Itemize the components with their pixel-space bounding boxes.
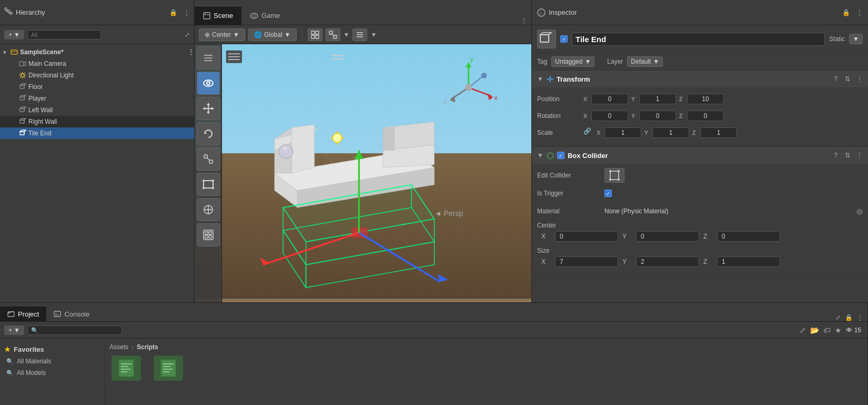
project-search-input[interactable] [27,325,122,335]
hierarchy-menu-icon[interactable]: ⋮ [184,9,190,16]
size-z-input[interactable] [717,256,780,267]
game-tab[interactable]: Game [241,6,288,25]
svg-point-101 [279,145,293,159]
hierarchy-add-button[interactable]: + ▼ [4,30,24,39]
position-z-input[interactable] [687,94,724,104]
project-tab[interactable]: Project [0,307,46,321]
svg-point-67 [203,180,205,182]
rotation-x-input[interactable] [591,111,628,121]
inspector-menu-icon[interactable]: ⋮ [856,9,863,16]
position-x-input[interactable] [591,94,628,104]
breadcrumb-root[interactable]: Assets [109,343,128,351]
scale-link-icon[interactable]: 🔗 [583,127,591,138]
box-collider-help-icon[interactable]: ? [834,152,837,159]
box-collider-menu-icon[interactable]: ⋮ [856,152,863,159]
scale-tool-button[interactable] [197,147,220,171]
project-add-button[interactable]: + ▼ [4,325,24,335]
project-folder-icon[interactable]: 📂 [810,326,819,334]
favorites-all-models[interactable]: 🔍 All Models [0,367,105,379]
bottom-expand-icon[interactable]: ⤢ [835,314,841,321]
scene-name: SampleScene* [20,48,64,56]
hierarchy-expand-icon[interactable]: ⤢ [185,31,190,38]
static-dropdown[interactable]: ▼ [849,34,863,44]
transform-tool-button[interactable] [197,198,220,221]
transform-header[interactable]: ▼ ✛ Transform ? ⇅ ⋮ [532,71,868,87]
scene-panel-menu[interactable]: ⋮ [521,17,527,25]
transform-menu-icon[interactable]: ⋮ [856,75,863,83]
global-button[interactable]: 🌐 Global ▼ [248,28,297,41]
center-section-label: Center [537,222,863,229]
size-y-input[interactable] [636,256,699,267]
hierarchy-scene-root[interactable]: ▼ SampleScene* ⋮ [0,46,194,58]
box-collider-settings-icon[interactable]: ⇅ [845,152,850,159]
is-trigger-checkbox[interactable]: ✓ [604,190,612,197]
breadcrumb-current: Scripts [137,343,158,351]
hierarchy-lock-icon[interactable]: 🔒 [169,9,177,16]
center-button[interactable]: ⊕ Center ▼ [199,28,245,41]
svg-text:◄ Persp: ◄ Persp [435,209,463,218]
rotation-y-input[interactable] [639,111,676,121]
box-collider-active-checkbox[interactable]: ✓ [557,152,564,159]
asset-item-script1[interactable] [109,355,143,381]
rotate-tool-button[interactable] [197,122,220,145]
bottom-lock-icon[interactable]: 🔒 [845,314,853,321]
snap-button[interactable] [326,28,340,41]
view-options-button[interactable] [352,28,367,41]
move-tool-button[interactable] [197,97,220,120]
snap-dropdown[interactable]: ▼ [344,31,350,38]
console-tab[interactable]: Console [46,307,97,321]
scale-x-input[interactable] [604,127,641,138]
rect-tool-button[interactable] [197,173,220,196]
eye-tool-button[interactable] [197,72,220,95]
all-models-label: All Models [17,369,46,377]
layer-dropdown[interactable]: Default ▼ [627,56,663,67]
svg-rect-44 [311,31,315,34]
position-y-input[interactable] [639,94,676,104]
hierarchy-item-right-wall[interactable]: Right Wall [0,116,194,127]
svg-point-70 [212,187,214,189]
bottom-menu-icon[interactable]: ⋮ [857,314,863,321]
center-y-input[interactable] [636,231,699,242]
svg-rect-7 [11,50,17,54]
scene-menu[interactable]: ⋮ [188,48,194,56]
rotation-z-input[interactable] [687,111,724,121]
view-options-dropdown[interactable]: ▼ [370,31,377,38]
scale-fields: 🔗 X Y Z [583,127,863,138]
hierarchy-item-directional-light[interactable]: Directional Light [0,70,194,81]
tag-dropdown[interactable]: Untagged ▼ [551,56,594,67]
scale-z-input[interactable] [700,127,737,138]
transform-settings-icon[interactable]: ⇅ [845,75,850,83]
gameobject-active-checkbox[interactable]: ✓ [560,35,568,43]
gameobject-name-input[interactable] [572,33,825,46]
size-x-input[interactable] [555,256,618,267]
box-collider-body: Edit Collider Is Trigger ✓ [532,164,868,273]
center-z-input[interactable] [717,231,780,242]
hierarchy-item-left-wall[interactable]: Left Wall [0,104,194,116]
inspector-lock-icon[interactable]: 🔒 [842,9,850,16]
hierarchy-item-player[interactable]: Player [0,93,194,104]
svg-rect-0 [5,8,7,10]
grid-toggle-button[interactable] [308,28,322,41]
transform-help-icon[interactable]: ? [834,75,837,83]
center-x-input[interactable] [555,231,618,242]
hierarchy-item-floor[interactable]: Floor [0,81,194,93]
view-tool-button[interactable] [197,46,220,70]
scene-view[interactable]: y x z ◄ Persp [195,44,531,302]
hierarchy-item-tile-end[interactable]: Tile End [0,127,194,139]
favorites-title-label: Favorites [14,345,44,353]
box-collider-header[interactable]: ▼ ⬡ ✓ Box Collider ? ⇅ ⋮ [532,147,868,164]
hierarchy-item-main-camera[interactable]: Main Camera [0,58,194,70]
edit-collider-button[interactable] [604,168,624,183]
scale-y-input[interactable] [652,127,689,138]
favorites-all-materials[interactable]: 🔍 All Materials [0,355,105,367]
project-star-icon[interactable]: ★ [835,326,842,334]
material-pick-icon[interactable]: ◎ [856,207,863,215]
asset-item-script2[interactable] [152,355,185,381]
project-visibility-icon[interactable]: 👁 15 [846,327,861,334]
position-row: Position X Y Z [537,92,863,106]
group-tool-button[interactable] [197,223,220,246]
scene-tab[interactable]: Scene [195,6,241,25]
project-expand2-icon[interactable]: ⤢ [800,326,806,334]
hierarchy-search-input[interactable] [27,30,101,39]
project-tag-icon[interactable]: 🏷 [823,326,831,334]
